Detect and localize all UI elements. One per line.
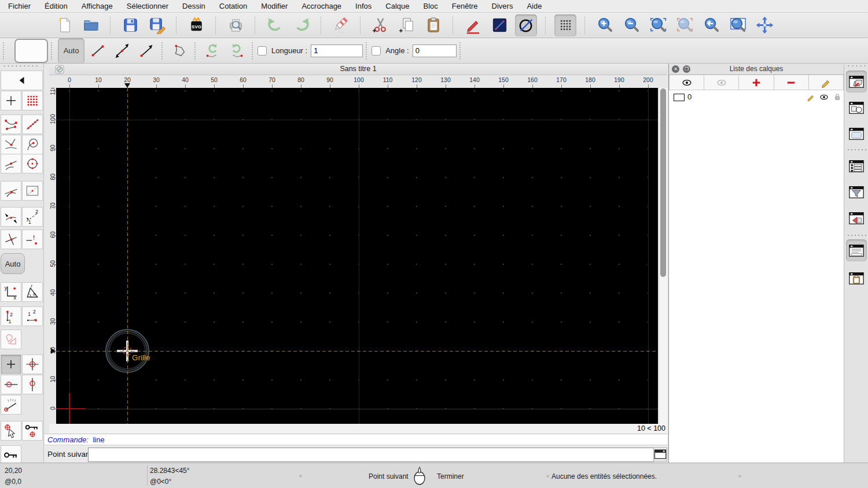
snap-intersection-manual-button[interactable]: ! [22,230,43,249]
entity-list-dock-button[interactable] [846,155,867,177]
snap-quadrant-button[interactable] [22,154,43,173]
zoom-auto-button[interactable] [647,14,669,36]
clipboard-contents-dock-button[interactable] [846,267,867,289]
layer-panel-titlebar[interactable]: ✕ ❐ Liste des calques [669,64,844,75]
zoom-out-button[interactable] [620,14,642,36]
layer-edit-icon[interactable] [806,93,815,103]
add-layer-button[interactable] [739,75,774,90]
length-input[interactable] [311,45,363,57]
draw-circle-button[interactable] [515,14,537,36]
restrict-orthogonal-button[interactable] [22,354,43,374]
angle-input[interactable] [413,45,457,57]
hide-all-layers-button[interactable] [704,75,739,90]
draw-line-angle-button[interactable] [110,39,134,62]
menu-aide[interactable]: Aide [527,2,542,10]
layer-filter-dock-button[interactable] [846,181,867,203]
ordinate-2-button[interactable]: 12 [22,306,43,326]
ordinate-1-button[interactable]: 21 [1,306,21,326]
remove-layer-button[interactable] [774,75,809,90]
menu-fenetre[interactable]: Fenêtre [452,2,478,10]
menu-edition[interactable]: Édition [45,2,68,10]
pen-edit-button[interactable] [462,14,484,36]
command-widget-toggle-button[interactable] [653,448,667,461]
restrict-vertical-button[interactable] [22,375,43,394]
draw-line-button[interactable] [488,14,510,36]
angle-gauge-button[interactable] [1,395,21,415]
zoom-in-button[interactable] [594,14,616,36]
grid-toggle-button[interactable] [554,14,576,36]
undo-segment-button[interactable] [200,39,225,62]
snap-reference-button[interactable] [22,181,43,201]
draw-line-2p-button[interactable] [86,39,110,62]
zoom-pan-button[interactable] [753,14,775,36]
vertical-scrollbar-thumb[interactable] [660,88,666,277]
menu-fichier[interactable]: Fichier [8,2,31,10]
drawing-canvas[interactable]: Grille [56,88,658,424]
undo-button[interactable] [264,14,286,36]
save-button[interactable] [119,14,141,36]
redo-button[interactable] [290,14,312,36]
draw-line-vector-button[interactable] [134,39,159,62]
draw-polyline-button[interactable] [167,39,192,62]
coordinate-polar-button[interactable]: ra [22,282,43,302]
layer-row[interactable]: 0 [669,91,844,103]
menu-bloc[interactable]: Bloc [423,2,437,10]
menu-selectionner[interactable]: Sélectionner [127,2,168,10]
menu-affichage[interactable]: Affichage [82,2,113,10]
layer-visibility-icon[interactable] [819,93,829,103]
snap-auto-button[interactable]: Auto [1,253,25,274]
restrict-horizontal-button[interactable] [1,375,21,394]
horizontal-scrollbar[interactable]: 10 < 100 [49,424,667,434]
snap-tangent-button[interactable] [1,181,21,201]
edit-layer-button[interactable] [809,75,844,90]
export-svg-button[interactable]: SVG [185,14,207,36]
restrict-plus-button[interactable] [1,354,21,374]
menu-calque[interactable]: Calque [385,2,409,10]
print-preview-button[interactable] [225,14,247,36]
vertical-scrollbar[interactable] [659,88,667,424]
cut-button[interactable] [369,14,391,36]
redo-segment-button[interactable] [225,39,249,62]
block-list-dock-button[interactable] [846,97,867,119]
menu-infos[interactable]: Infos [355,2,372,10]
new-document-button[interactable] [53,14,75,36]
named-views-dock-button[interactable] [846,207,867,229]
menu-accrochage[interactable]: Accrochage [301,2,341,10]
snap-middle-button[interactable] [1,154,21,173]
menu-dessin[interactable]: Dessin [182,2,205,10]
command-widget-dock-button[interactable] [846,239,867,261]
save-as-button[interactable] [146,14,168,36]
copy-button[interactable] [396,14,418,36]
command-input[interactable] [88,448,654,462]
zoom-window-button[interactable] [727,14,749,36]
current-tool-line-button[interactable] [14,39,48,63]
coordinate-cartesian-button[interactable]: yx [1,282,21,302]
delete-entities-button[interactable] [330,14,352,36]
snap-on-entity-button[interactable] [22,114,43,134]
snap-free-button[interactable] [1,91,21,110]
palette-back-button[interactable] [1,71,43,90]
snap-center-button[interactable] [22,135,43,154]
snap-distance-manual-button[interactable]: 12 [22,207,43,227]
layer-lock-icon[interactable] [833,93,842,103]
document-titlebar[interactable]: Sans titre 1 [49,64,667,75]
relative-zero-key-button[interactable] [1,445,21,465]
length-checkbox[interactable] [258,46,267,56]
snap-distance-button[interactable] [1,207,21,227]
snap-nearest-button[interactable] [1,135,21,154]
menu-cotation[interactable]: Cotation [219,2,247,10]
layer-color-swatch[interactable] [674,94,685,101]
snap-intersection-button[interactable] [1,230,21,249]
library-browser-dock-button[interactable] [846,123,867,145]
zoom-back-button[interactable] [700,14,722,36]
open-file-button[interactable] [80,14,102,36]
show-all-layers-button[interactable] [669,75,704,90]
menu-modifier[interactable]: Modifier [261,2,288,10]
restrict-nothing-button[interactable] [1,330,21,349]
angle-checkbox[interactable] [372,46,381,56]
auto-snap-toggle[interactable]: Auto [58,38,84,64]
lock-relative-zero-button[interactable] [22,421,43,441]
select-reference-button[interactable] [1,421,21,441]
menu-divers[interactable]: Divers [492,2,513,10]
paste-button[interactable] [422,14,444,36]
